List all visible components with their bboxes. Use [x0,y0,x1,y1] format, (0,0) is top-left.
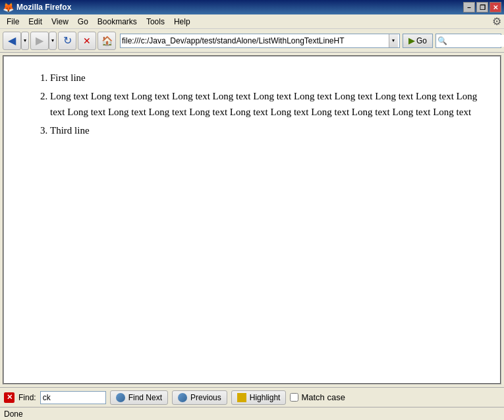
title-bar: 🦊 Mozilla Firefox – ❐ ✕ [0,0,504,14]
restore-button[interactable]: ❐ [476,2,488,13]
menu-file[interactable]: File [3,16,23,28]
content-section: First line Long text Long text Long text… [0,53,504,387]
status-text: Done [4,409,23,419]
find-next-icon [116,393,125,402]
address-dropdown-button[interactable]: ▾ [389,34,398,47]
menu-view[interactable]: View [47,16,72,28]
find-next-label: Find Next [128,393,162,402]
highlight-label: Highlight [250,393,281,402]
menu-edit[interactable]: Edit [24,16,46,28]
find-bar: ✕ Find: Find Next Previous Highlight Mat… [0,387,504,407]
firefox-icon: 🦊 [3,2,14,13]
menu-help[interactable]: Help [170,16,194,28]
go-button[interactable]: ▶ Go [403,34,433,48]
settings-icon: ⚙ [492,15,501,28]
address-input[interactable] [122,35,389,47]
highlight-icon [237,393,246,402]
stop-button[interactable]: ✕ [78,32,96,50]
find-next-button[interactable]: Find Next [110,390,168,405]
toolbar: ◀ ▾ ▶ ▾ ↻ ✕ 🏠 ▾ ▶ Go 🔍 [0,29,504,53]
list-item: Long text Long text Long text Long text … [50,88,480,120]
menu-go[interactable]: Go [74,16,92,28]
find-close-button[interactable]: ✕ [4,392,14,403]
address-bar: ▾ ▶ Go 🔍 [120,34,501,48]
content-list: First line Long text Long text Long text… [24,70,480,138]
menu-bookmarks[interactable]: Bookmarks [94,16,141,28]
refresh-button[interactable]: ↻ [58,32,76,50]
title-bar-text: Mozilla Firefox [16,3,71,12]
title-bar-left: 🦊 Mozilla Firefox [3,2,71,13]
match-case-label: Match case [301,392,345,402]
find-previous-icon [178,393,187,402]
highlight-button[interactable]: Highlight [231,390,287,405]
back-dropdown-button[interactable]: ▾ [21,32,29,50]
go-icon: ▶ [408,36,414,45]
minimize-button[interactable]: – [463,2,475,13]
search-input[interactable] [447,35,504,47]
menu-bar: File Edit View Go Bookmarks Tools Help ⚙ [0,14,504,29]
back-button[interactable]: ◀ [3,32,21,50]
menu-tools[interactable]: Tools [142,16,169,28]
title-bar-buttons: – ❐ ✕ [463,2,501,13]
list-item: Third line [50,122,480,138]
forward-dropdown-button[interactable]: ▾ [49,32,57,50]
forward-button[interactable]: ▶ [30,32,49,50]
forward-button-group: ▶ ▾ [30,32,57,50]
browser-content: First line Long text Long text Long text… [3,55,501,384]
find-previous-label: Previous [190,393,221,402]
search-input-wrapper: 🔍 [435,34,501,48]
main-layout: First line Long text Long text Long text… [0,53,504,420]
home-button[interactable]: 🏠 [98,32,116,50]
list-item: First line [50,70,480,86]
address-input-wrapper: ▾ [120,34,400,48]
go-label: Go [416,36,427,45]
find-input[interactable] [40,391,106,404]
match-case-area: Match case [290,392,345,402]
match-case-checkbox[interactable] [290,393,298,402]
back-button-group: ◀ ▾ [3,32,29,50]
close-button[interactable]: ✕ [490,2,501,13]
status-bar: Done [0,407,504,420]
find-label: Find: [18,393,36,402]
find-previous-button[interactable]: Previous [172,390,227,405]
magnifier-icon: 🔍 [437,36,447,45]
